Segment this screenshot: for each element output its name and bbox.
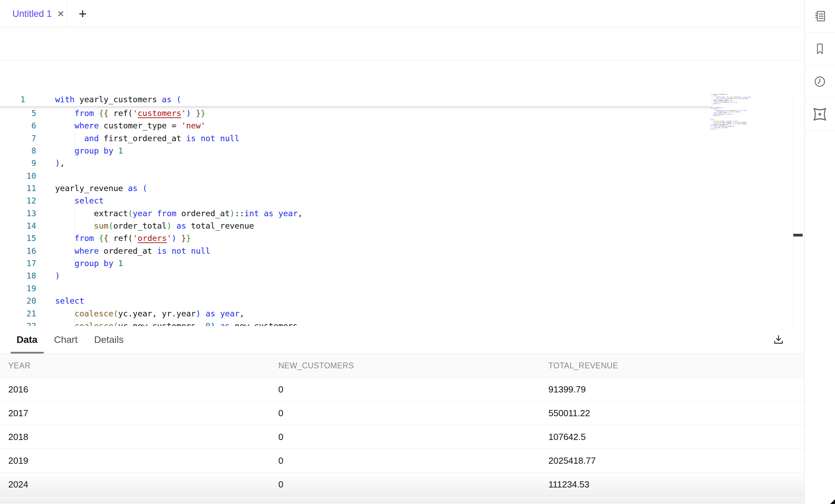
- code-line[interactable]: 7 and first_ordered_at is not null: [0, 132, 711, 145]
- code-line[interactable]: 9),: [0, 157, 711, 169]
- toolbar: Develop Run: [0, 28, 804, 61]
- line-number: 1: [0, 93, 25, 106]
- results-footer: [0, 496, 804, 504]
- sql-ide-window: Untitled 1 ✕ + Develop: [0, 0, 835, 504]
- code-line-content: select: [55, 295, 84, 307]
- line-number: 11: [0, 182, 36, 195]
- code-line[interactable]: 20select: [0, 295, 711, 307]
- sticky-line[interactable]: 1 with yearly_customers as (: [0, 93, 711, 106]
- table-row: 20240111234.53: [0, 473, 804, 496]
- line-number: 16: [0, 245, 36, 257]
- code-line[interactable]: 6 where customer_type = 'new': [0, 119, 711, 132]
- code-line[interactable]: 14 sum(order_total) as total_revenue: [0, 220, 711, 232]
- results-panel: DataChartDetails YEARNEW_CUSTOMERSTOTAL_…: [0, 326, 804, 504]
- code-line-content: coalesce(yc.year, yr.year) as year,: [55, 307, 244, 320]
- code-line-content: with yearly_customers as (: [55, 93, 181, 106]
- table-cell: 2018: [8, 425, 28, 449]
- line-number: 9: [0, 157, 36, 169]
- code-lines: 5 from {{ ref('customers') }}6 where cus…: [0, 107, 711, 326]
- table-cell: 2025418.77: [548, 449, 596, 473]
- code-line-content: where customer_type = 'new': [55, 119, 206, 132]
- bookmark-icon: [814, 42, 826, 55]
- history-icon: [813, 75, 826, 88]
- code-line-content: group by 1: [55, 257, 123, 270]
- code-line-content: where ordered_at is not null: [55, 245, 210, 257]
- new-tab-button[interactable]: +: [73, 0, 92, 28]
- table-cell: 2024: [8, 473, 28, 496]
- code-line[interactable]: 12 select: [0, 195, 711, 207]
- results-tab-bar: DataChartDetails: [0, 326, 804, 354]
- table-cell: 107642.5: [548, 425, 586, 449]
- code-line[interactable]: 10: [0, 170, 711, 182]
- table-cell: 0: [278, 401, 283, 425]
- table-cell: 2017: [8, 401, 28, 425]
- table-body: 2016091399.7920170550011.2220180107642.5…: [0, 378, 804, 496]
- code-line-content: extract(year from ordered_at)::int as ye…: [55, 207, 302, 220]
- table-cell: 2019: [8, 449, 28, 473]
- resize-grip[interactable]: [830, 499, 835, 504]
- scrollbar-track: [793, 93, 793, 326]
- code-line[interactable]: 21 coalesce(yc.year, yr.year) as year,: [0, 307, 711, 320]
- line-number: 14: [0, 220, 36, 232]
- tab-chart[interactable]: Chart: [54, 334, 78, 345]
- table-header: YEARNEW_CUSTOMERSTOTAL_REVENUE: [0, 354, 804, 378]
- code-line[interactable]: 18): [0, 270, 711, 282]
- download-icon: [772, 334, 785, 346]
- minimap[interactable]: with yearly_customers as ( select extrac…: [710, 94, 751, 130]
- code-editor[interactable]: 5 from {{ ref('customers') }}6 where cus…: [0, 61, 804, 326]
- sidebar-item-dbt[interactable]: [805, 98, 835, 131]
- code-line-content: select: [55, 195, 104, 207]
- code-line[interactable]: 13 extract(year from ordered_at)::int as…: [0, 207, 711, 220]
- table-cell: 0: [278, 425, 283, 449]
- column-header: NEW_CUSTOMERS: [278, 354, 354, 378]
- code-line[interactable]: 17 group by 1: [0, 257, 711, 270]
- close-icon[interactable]: ✕: [57, 10, 64, 18]
- table-row: 20170550011.22: [0, 401, 804, 425]
- code-line[interactable]: 19: [0, 282, 711, 295]
- download-button[interactable]: [771, 332, 786, 347]
- code-line-content: yearly_revenue as (: [55, 182, 147, 195]
- code-line[interactable]: 5 from {{ ref('customers') }}: [0, 107, 711, 119]
- tab-details[interactable]: Details: [94, 334, 124, 345]
- table-cell: 111234.53: [548, 473, 589, 496]
- line-number: 22: [0, 320, 36, 326]
- tab-untitled-1[interactable]: Untitled 1 ✕: [0, 0, 68, 28]
- table-cell: 0: [278, 473, 283, 496]
- scrollbar-thumb[interactable]: [793, 234, 803, 237]
- plus-icon: +: [79, 6, 86, 22]
- dbt-logo-icon: [812, 106, 828, 122]
- code-line[interactable]: 16 where ordered_at is not null: [0, 245, 711, 257]
- column-header: YEAR: [8, 354, 31, 378]
- code-line[interactable]: 8 group by 1: [0, 145, 711, 157]
- line-number: 10: [0, 170, 36, 182]
- line-number: 13: [0, 207, 36, 220]
- sidebar-item-history[interactable]: [805, 65, 835, 98]
- tab-data[interactable]: Data: [17, 334, 38, 345]
- table-cell: 550011.22: [548, 401, 590, 425]
- right-sidebar: [804, 0, 835, 504]
- table-row: 2016091399.79: [0, 378, 804, 401]
- editor-tab-bar: Untitled 1 ✕ +: [0, 0, 804, 28]
- code-line[interactable]: 22 coalesce(yc.new_customers, 0) as new_…: [0, 320, 711, 326]
- tab-label: Untitled 1: [12, 9, 52, 19]
- code-line[interactable]: 11yearly_revenue as (: [0, 182, 711, 195]
- sidebar-item-bookmarks[interactable]: [805, 33, 835, 65]
- code-line[interactable]: 15 from {{ ref('orders') }}: [0, 232, 711, 244]
- code-line-content: ),: [55, 157, 65, 169]
- code-line-content: sum(order_total) as total_revenue: [55, 220, 254, 232]
- code-line-content: group by 1: [55, 145, 123, 157]
- code-line-content: from {{ ref('customers') }}: [55, 107, 206, 119]
- line-number: 21: [0, 307, 36, 320]
- active-tab-underline: [11, 352, 44, 354]
- code-line-content: ): [55, 270, 60, 282]
- line-number: 18: [0, 270, 36, 282]
- table-cell: 0: [278, 449, 283, 473]
- code-line-content: coalesce(yc.new_customers, 0) as new_cus…: [55, 320, 302, 326]
- column-header: TOTAL_REVENUE: [548, 354, 618, 378]
- table-row: 201902025418.77: [0, 449, 804, 473]
- line-number: 12: [0, 195, 36, 207]
- table-cell: 91399.79: [548, 378, 586, 401]
- sidebar-item-notebook[interactable]: [805, 0, 835, 33]
- table-row: 20180107642.5: [0, 425, 804, 449]
- code-line-content: and first_ordered_at is not null: [55, 132, 239, 145]
